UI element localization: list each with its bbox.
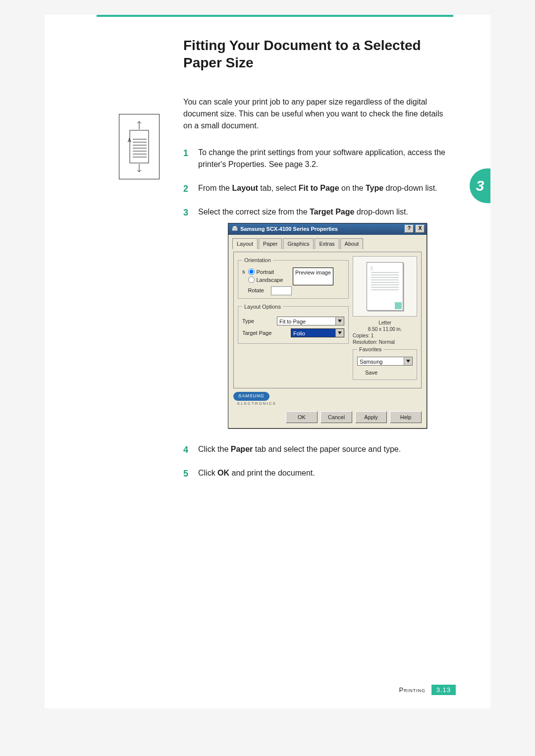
type-value: Fit to Page	[277, 317, 335, 325]
dialog-title: Samsung SCX-4100 Series Properties	[240, 225, 403, 233]
step-4-text-c: tab and select the paper source and type…	[253, 445, 401, 453]
preview-meta: Letter 8.50 x 11.00 in. Copies: 1 Resolu…	[353, 320, 417, 345]
tab-layout[interactable]: Layout	[232, 238, 258, 250]
step-2-bold-fit: Fit to Page	[299, 184, 339, 192]
svg-marker-13	[338, 331, 342, 334]
help-button[interactable]: Help	[390, 411, 422, 423]
dialog-tabs: Layout Paper Graphics Extras About	[228, 235, 427, 249]
step-2-text-a: From the	[198, 184, 232, 192]
landscape-radio-input[interactable]	[248, 276, 255, 283]
step-2: From the Layout tab, select Fit to Page …	[183, 182, 451, 194]
layout-options-group: Layout Options Type Fit to Page	[238, 303, 349, 344]
portrait-radio[interactable]: Portrait	[248, 269, 292, 275]
favorites-value: Samsung	[358, 357, 404, 365]
tab-paper[interactable]: Paper	[259, 238, 282, 250]
chapter-tab: 3	[470, 168, 490, 203]
step-2-text-c: tab, select	[258, 184, 299, 192]
step-1: To change the print settings from your s…	[183, 147, 451, 170]
preview-copies: Copies: 1	[353, 332, 417, 339]
favorites-legend: Favorites	[357, 345, 383, 354]
favorites-dropdown[interactable]: Samsung	[357, 357, 413, 366]
step-5-text-a: Click	[198, 469, 217, 477]
target-page-value: Folio	[291, 329, 335, 337]
intro-paragraph: You can scale your print job to any pape…	[183, 96, 451, 132]
footer-section: Printing	[399, 686, 426, 694]
step-5-text-c: and print the document.	[229, 469, 315, 477]
titlebar-help-button[interactable]: ?	[405, 225, 414, 233]
brand-logo: SAMSUNG	[233, 392, 269, 401]
portrait-label: Portrait	[257, 269, 274, 275]
step-4-bold-paper: Paper	[231, 445, 253, 453]
rotate-row: Rotate	[248, 286, 292, 295]
layout-options-legend: Layout Options	[242, 303, 283, 311]
step-3-text-a: Select the correct size from the	[198, 208, 310, 216]
favorites-group: Favorites Samsung Save	[353, 345, 417, 380]
illustration-label: A	[128, 138, 131, 143]
step-5-bold-ok: OK	[217, 469, 229, 477]
footer-page-number: 3.13	[431, 685, 456, 695]
type-row: Type Fit to Page	[242, 317, 344, 325]
preview-resolution: Resolution: Normal	[353, 339, 417, 345]
save-button[interactable]: Save	[365, 369, 405, 377]
apply-button[interactable]: Apply	[355, 411, 387, 423]
steps-list: To change the print settings from your s…	[183, 147, 451, 479]
right-column: S Letter	[353, 256, 417, 384]
chevron-down-icon	[335, 329, 344, 337]
chevron-down-icon	[335, 317, 344, 325]
page-footer: Printing 3.13	[399, 686, 456, 694]
printer-icon	[231, 225, 238, 232]
step-5: Click OK and print the document.	[183, 467, 451, 479]
side-illustration: A	[119, 114, 160, 179]
landscape-radio[interactable]: Landscape	[248, 276, 292, 283]
landscape-label: Landscape	[257, 276, 283, 283]
target-page-row: Target Page Folio	[242, 328, 344, 337]
page-title: Fitting Your Document to a Selected Pape…	[183, 37, 451, 71]
preview-page-icon: S	[367, 262, 403, 311]
rotate-label: Rotate	[248, 286, 264, 295]
type-label: Type	[242, 317, 272, 325]
svg-marker-12	[338, 320, 342, 323]
cancel-button[interactable]: Cancel	[321, 411, 352, 423]
step-3: Select the correct size from the Target …	[183, 206, 451, 429]
step-4: Click the Paper tab and select the paper…	[183, 443, 451, 455]
preview-pane: S	[353, 256, 417, 317]
fit-page-illustration-icon: A	[125, 119, 154, 174]
svg-marker-14	[406, 360, 410, 363]
dialog-body: Preview image Orientation s	[228, 249, 427, 408]
brand-footer: SAMSUNG ELECTRONICS	[233, 391, 422, 403]
step-2-text-g: drop-down list.	[383, 184, 437, 192]
step-2-text-e: on the	[339, 184, 366, 192]
chevron-down-icon	[404, 357, 412, 365]
step-3-text-c: drop-down list.	[354, 208, 408, 216]
rotate-checkbox[interactable]	[271, 286, 292, 295]
svg-rect-0	[130, 130, 149, 163]
titlebar-close-button[interactable]: X	[416, 225, 425, 233]
brand-subtext: ELECTRONICS	[237, 401, 422, 407]
orientation-legend: Orientation	[242, 256, 273, 265]
ok-button[interactable]: OK	[286, 411, 318, 423]
svg-rect-11	[233, 226, 237, 228]
preview-callout: Preview image	[293, 268, 333, 285]
step-2-bold-type: Type	[366, 184, 383, 192]
dialog-button-row: OK Cancel Apply Help	[228, 408, 427, 428]
tab-graphics[interactable]: Graphics	[283, 238, 314, 250]
preview-dimensions: 8.50 x 11.00 in.	[353, 326, 417, 332]
target-page-label: Target Page	[242, 329, 272, 337]
tab-about[interactable]: About	[340, 238, 364, 250]
content: Fitting Your Document to a Selected Pape…	[183, 17, 451, 479]
page: 3 A Fitting Your Document to a S	[45, 15, 490, 708]
step-2-bold-layout: Layout	[232, 184, 258, 192]
properties-dialog: Samsung SCX-4100 Series Properties ? X L…	[228, 223, 427, 429]
type-dropdown[interactable]: Fit to Page	[277, 317, 344, 325]
orientation-icon: s	[242, 268, 245, 276]
target-page-dropdown[interactable]: Folio	[291, 328, 344, 337]
step-4-text-a: Click the	[198, 445, 231, 453]
portrait-radio-input[interactable]	[248, 269, 255, 275]
tab-extras[interactable]: Extras	[315, 238, 339, 250]
step-3-bold-target: Target Page	[310, 208, 354, 216]
preview-size-name: Letter	[353, 320, 417, 326]
dialog-titlebar[interactable]: Samsung SCX-4100 Series Properties ? X	[228, 223, 427, 235]
